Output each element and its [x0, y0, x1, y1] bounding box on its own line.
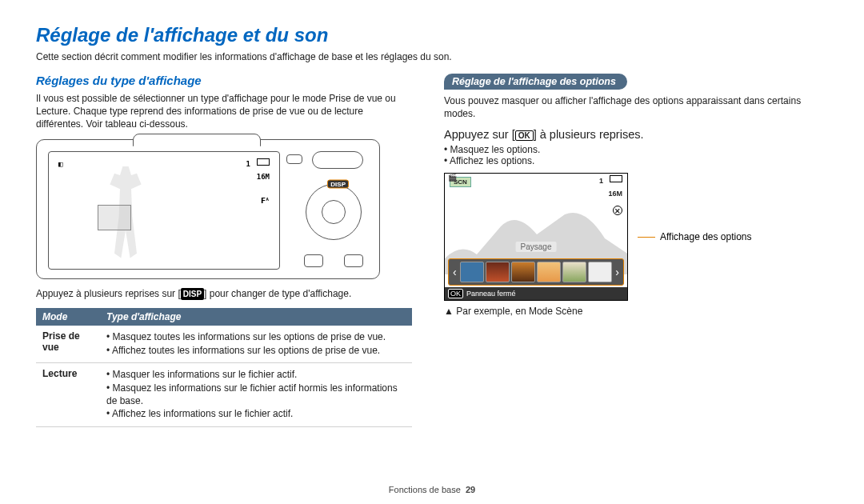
ok-footer-icon: OK — [448, 289, 463, 298]
option-thumb — [537, 262, 561, 282]
example-caption: ▲ Par exemple, en Mode Scène — [444, 306, 828, 317]
camera-button-bottom-right — [344, 254, 363, 267]
table-header-type: Type d'affichage — [100, 308, 412, 326]
camera-lcd: ◧ 1 16M 𝗙ᴬ — [48, 151, 280, 270]
callout: Affichage des options — [638, 231, 752, 242]
page-number: 29 — [466, 485, 475, 494]
list-item: Masquez les informations sur le fichier … — [106, 382, 406, 407]
list-item: Affichez les informations sur le fichier… — [106, 408, 406, 421]
triangle-up-icon: ▲ — [444, 306, 454, 317]
option-thumb — [511, 262, 535, 282]
mode-cell: Prise de vue — [36, 326, 100, 363]
flash-icon: 𝗙ᴬ — [261, 197, 270, 205]
battery-icon — [257, 158, 270, 166]
chevron-left-icon: ‹ — [451, 266, 458, 278]
intro-text: Cette section décrit comment modifier le… — [36, 51, 828, 62]
option-thumb — [588, 262, 612, 282]
press-caption: Appuyez à plusieurs reprises sur [DISP] … — [36, 287, 412, 301]
option-strip: ‹ › — [448, 258, 624, 286]
scene-counter: 1 — [599, 177, 603, 185]
subsection-pill: Réglage de l'affichage des options — [444, 74, 627, 90]
chevron-right-icon: › — [614, 266, 621, 278]
section-heading-display-type: Réglages du type d'affichage — [36, 74, 412, 87]
option-thumb — [486, 262, 510, 282]
list-item: Masquez les options. — [444, 144, 828, 155]
camera-button-bottom-left — [304, 254, 323, 267]
disp-highlight-icon: DISP — [327, 179, 349, 188]
camera-button-zoom — [312, 151, 363, 169]
page-title: Réglage de l'affichage et du son — [36, 24, 828, 46]
list-item: Affichez toutes les informations sur les… — [106, 345, 406, 358]
footer-section: Fonctions de base — [389, 485, 461, 494]
instruction-line: Appuyez sur [OK] à plusieurs reprises. — [444, 128, 828, 141]
option-thumb — [562, 262, 586, 282]
mode-cell: Lecture — [36, 363, 100, 426]
table-row: Prise de vue Masquez toutes les informat… — [36, 326, 412, 363]
option-thumb — [460, 262, 484, 282]
counter-value: 1 — [246, 160, 250, 168]
list-item: Masquez toutes les informations sur les … — [106, 331, 406, 344]
scene-preview: SCN 🎬 1 16M ✕ Paysage ‹ › O — [444, 173, 628, 301]
scene-res: 16M — [608, 190, 622, 198]
pict-icon: ◧ — [58, 160, 62, 168]
disp-inline-icon: DISP — [181, 288, 204, 301]
ok-inline-icon: OK — [515, 130, 534, 141]
table-row: Lecture Masquer les informations sur le … — [36, 363, 412, 426]
camera-dpad — [306, 184, 362, 240]
page-footer: Fonctions de base 29 — [0, 485, 864, 494]
resolution-value: 16M — [257, 173, 270, 181]
table-header-mode: Mode — [36, 308, 100, 326]
display-type-table: Mode Type d'affichage Prise de vue Masqu… — [36, 308, 412, 427]
callout-label: Affichage des options — [660, 231, 752, 242]
battery-icon — [610, 175, 622, 182]
clapper-icon: 🎬 — [448, 174, 457, 182]
camera-diagram: ◧ 1 16M 𝗙ᴬ DISP — [36, 139, 380, 279]
scene-footer-bar: OK Panneau fermé — [445, 287, 627, 300]
camera-button-top — [286, 154, 302, 164]
para-options-display: Vous pouvez masquer ou afficher l'affich… — [444, 94, 828, 120]
para-display-type: Il vous est possible de sélectionner un … — [36, 92, 412, 131]
scene-footer-text: Panneau fermé — [466, 290, 516, 298]
list-item: Affichez les options. — [444, 155, 828, 166]
list-item: Masquer les informations sur le fichier … — [106, 369, 406, 382]
scene-label-text: Paysage — [516, 242, 557, 252]
